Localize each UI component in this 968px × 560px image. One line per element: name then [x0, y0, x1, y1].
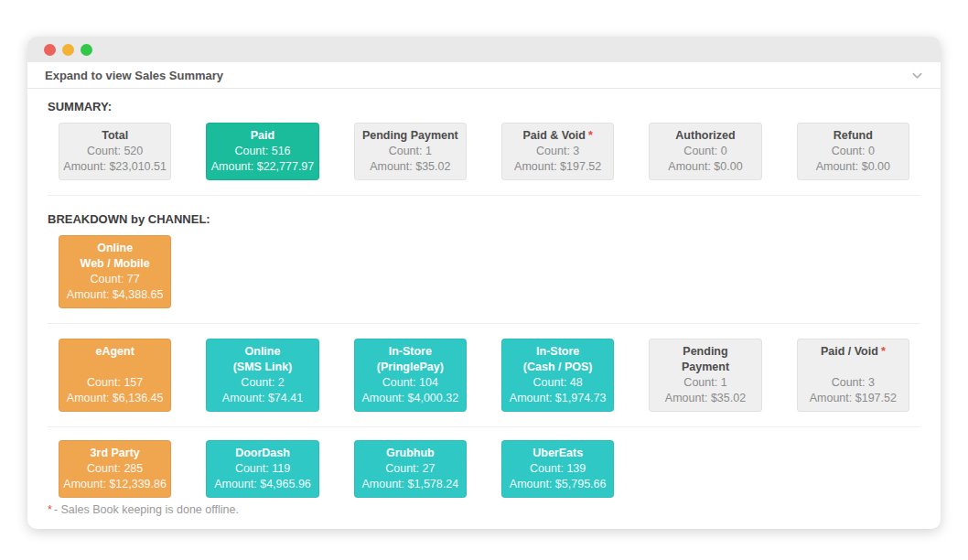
card-amount: Amount: $5,795.66	[504, 477, 611, 492]
card-amount: Amount: $197.52	[800, 391, 907, 406]
card-amount: Amount: $12,339.86	[61, 477, 168, 492]
summary-card-refund: Refund Count: 0 Amount: $0.00	[797, 123, 909, 180]
offline-asterisk: *	[881, 345, 886, 358]
summary-section-label: SUMMARY:	[48, 100, 920, 113]
card-title: In-Store (PringlePay)	[357, 344, 464, 375]
close-button[interactable]	[44, 44, 56, 56]
card-title: Authorized	[651, 128, 758, 144]
card-title: Grubhub	[357, 446, 464, 461]
card-title: Paid / Void*	[800, 344, 907, 360]
card-title: Online Web / Mobile	[61, 241, 168, 272]
card-amount: Amount: $22,777.97	[209, 159, 316, 175]
card-count: Count: 27	[357, 461, 464, 477]
card-amount: Amount: $35.02	[651, 391, 758, 406]
breakdown-row-3: 3rd Party Count: 285 Amount: $12,339.86 …	[48, 440, 920, 498]
summary-card-paid-and-void: Paid & Void* Count: 3 Amount: $197.52	[501, 123, 614, 180]
expand-header-label: Expand to view Sales Summary	[45, 69, 223, 82]
sales-summary-window: Expand to view Sales Summary SUMMARY: To…	[27, 37, 941, 529]
card-amount: Amount: $6,136.45	[61, 391, 168, 406]
breakdown-section-label: BREAKDOWN by CHANNEL:	[48, 212, 920, 226]
card-count: Count: 157	[61, 375, 168, 391]
maximize-button[interactable]	[81, 44, 92, 56]
card-count: Count: 285	[61, 461, 168, 477]
card-amount: Amount: $1,578.24	[357, 477, 464, 492]
card-count: Count: 1	[651, 375, 758, 391]
card-title: Paid & Void*	[504, 128, 611, 144]
card-amount: Amount: $23,010.51	[61, 159, 168, 175]
card-amount: Amount: $4,000.32	[357, 391, 464, 406]
channel-card-eagent: eAgent Count: 157 Amount: $6,136.45	[59, 339, 171, 412]
card-title: 3rd Party	[61, 446, 168, 461]
card-amount: Amount: $74.41	[209, 391, 316, 406]
card-amount: Amount: $4,965.96	[209, 477, 316, 492]
card-count: Count: 516	[209, 144, 316, 159]
chevron-down-icon[interactable]	[910, 69, 924, 82]
card-title: eAgent	[61, 344, 168, 360]
summary-card-total: Total Count: 520 Amount: $23,010.51	[59, 123, 171, 180]
channel-card-pending-payment: Pending Payment Count: 1 Amount: $35.02	[649, 339, 761, 412]
minimize-button[interactable]	[62, 44, 74, 56]
card-title: Pending Payment	[651, 344, 758, 375]
card-count: Count: 104	[357, 375, 464, 391]
channel-card-instore-pringlepay: In-Store (PringlePay) Count: 104 Amount:…	[354, 339, 467, 412]
channel-card-doordash: DoorDash Count: 119 Amount: $4,965.96	[206, 440, 318, 498]
breakdown-row-1: Online Web / Mobile Count: 77 Amount: $4…	[48, 235, 920, 308]
channel-card-grubhub: Grubhub Count: 27 Amount: $1,578.24	[354, 440, 467, 498]
card-title: Online (SMS Link)	[209, 344, 316, 375]
card-amount: Amount: $0.00	[651, 159, 758, 175]
summary-card-pending-payment: Pending Payment Count: 1 Amount: $35.02	[354, 123, 467, 180]
divider	[48, 195, 920, 196]
card-title: Total	[61, 128, 168, 144]
offline-asterisk: *	[588, 129, 593, 142]
summary-card-authorized: Authorized Count: 0 Amount: $0.00	[649, 123, 761, 180]
footnote-asterisk: *	[48, 503, 52, 516]
channel-card-instore-cash-pos: In-Store (Cash / POS) Count: 48 Amount: …	[501, 339, 614, 412]
window-titlebar	[27, 37, 941, 62]
channel-card-ubereats: UberEats Count: 139 Amount: $5,795.66	[501, 440, 614, 498]
expand-sales-summary-header[interactable]: Expand to view Sales Summary	[27, 62, 941, 89]
channel-card-3rd-party: 3rd Party Count: 285 Amount: $12,339.86	[59, 440, 171, 498]
footnote: *- Sales Book keeping is done offline.	[48, 503, 920, 522]
channel-card-online-web-mobile: Online Web / Mobile Count: 77 Amount: $4…	[59, 235, 171, 308]
channel-card-online-sms-link: Online (SMS Link) Count: 2 Amount: $74.4…	[206, 339, 318, 412]
card-amount: Amount: $1,974.73	[504, 391, 611, 406]
card-amount: Amount: $0.00	[800, 159, 907, 175]
divider	[48, 426, 920, 427]
card-count: Count: 520	[61, 144, 168, 159]
card-title: Refund	[800, 128, 907, 144]
card-title: UberEats	[504, 446, 611, 461]
card-count: Count: 1	[357, 144, 464, 159]
card-count: Count: 119	[209, 461, 316, 477]
card-count: Count: 139	[504, 461, 611, 477]
card-title: Paid	[209, 128, 316, 144]
card-count: Count: 3	[800, 375, 907, 391]
summary-cards-row: Total Count: 520 Amount: $23,010.51 Paid…	[48, 123, 920, 180]
card-count: Count: 48	[504, 375, 611, 391]
panel-content: SUMMARY: Total Count: 520 Amount: $23,01…	[27, 89, 941, 529]
card-count: Count: 0	[651, 144, 758, 159]
card-count: Count: 3	[504, 144, 611, 159]
card-title: DoorDash	[209, 446, 316, 461]
card-count: Count: 0	[800, 144, 907, 159]
summary-card-paid: Paid Count: 516 Amount: $22,777.97	[206, 123, 318, 180]
footnote-text: - Sales Book keeping is done offline.	[54, 503, 239, 516]
breakdown-row-2: eAgent Count: 157 Amount: $6,136.45 Onli…	[48, 339, 920, 412]
card-title: Pending Payment	[357, 128, 464, 144]
divider	[48, 323, 920, 324]
card-amount: Amount: $35.02	[357, 159, 464, 175]
card-title: In-Store (Cash / POS)	[504, 344, 611, 375]
channel-card-paid-void: Paid / Void* Count: 3 Amount: $197.52	[797, 339, 909, 412]
card-count: Count: 2	[209, 375, 316, 391]
card-amount: Amount: $4,388.65	[61, 287, 168, 303]
card-amount: Amount: $197.52	[504, 159, 611, 175]
card-count: Count: 77	[61, 272, 168, 287]
